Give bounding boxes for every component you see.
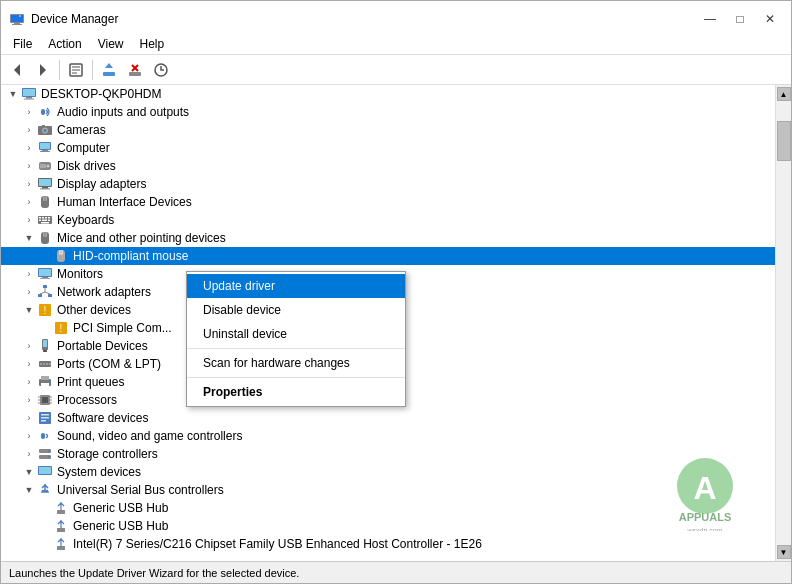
expand-icon-sound: › [21, 428, 37, 444]
tree-item-hid-mouse[interactable]: HID-compliant mouse [1, 247, 775, 265]
tree-label-usb-hub1: Generic USB Hub [73, 501, 168, 515]
scroll-thumb[interactable] [777, 121, 791, 161]
menu-help[interactable]: Help [132, 35, 173, 53]
tree-panel[interactable]: ▼ DESKTOP-QKP0HDM › [1, 85, 775, 561]
icon-monitors [37, 266, 53, 282]
tree-item-display[interactable]: › Display adapters [1, 175, 775, 193]
tree-item-system[interactable]: ▼ System devices [1, 463, 775, 481]
icon-display [37, 176, 53, 192]
expand-icon-other: ▼ [21, 302, 37, 318]
icon-disk [37, 158, 53, 174]
tree-label-usb-hub2: Generic USB Hub [73, 519, 168, 533]
uninstall-button[interactable] [123, 58, 147, 82]
svg-rect-99 [39, 467, 51, 474]
tree-item-audio[interactable]: › Audio inputs and outputs [1, 103, 775, 121]
status-bar: Launches the Update Driver Wizard for th… [1, 561, 791, 583]
tree-item-computer[interactable]: › Computer [1, 139, 775, 157]
tree-item-disk[interactable]: › Disk drives [1, 157, 775, 175]
svg-rect-46 [42, 220, 47, 222]
icon-usb-intel [53, 536, 69, 552]
expand-icon-disk: › [21, 158, 37, 174]
svg-rect-28 [42, 150, 48, 151]
svg-marker-6 [40, 64, 46, 76]
svg-rect-57 [42, 277, 48, 278]
expand-icon-usb-hub2 [37, 518, 53, 534]
tree-label-network: Network adapters [57, 285, 151, 299]
tree-label-ports: Ports (COM & LPT) [57, 357, 161, 371]
forward-button[interactable] [31, 58, 55, 82]
svg-rect-58 [40, 278, 50, 279]
svg-rect-92 [41, 420, 46, 422]
ctx-disable-device[interactable]: Disable device [187, 298, 405, 322]
svg-rect-59 [43, 285, 47, 288]
expand-icon-monitors: › [21, 266, 37, 282]
svg-rect-47 [48, 220, 50, 222]
tree-item-usb[interactable]: ▼ Universal Serial Bus controllers [1, 481, 775, 499]
tree-label-usb: Universal Serial Bus controllers [57, 483, 224, 497]
tree-label-pci: PCI Simple Com... [73, 321, 172, 335]
tree-label-computer: Computer [57, 141, 110, 155]
svg-rect-48 [41, 222, 49, 224]
menu-file[interactable]: File [5, 35, 40, 53]
tree-item-keyboards[interactable]: › Keyboards [1, 211, 775, 229]
expand-icon-network: › [21, 284, 37, 300]
svg-rect-11 [103, 72, 115, 76]
svg-rect-93 [41, 433, 45, 439]
tree-item-root[interactable]: ▼ DESKTOP-QKP0HDM [1, 85, 775, 103]
scan-hardware-button[interactable] [149, 58, 173, 82]
svg-rect-20 [24, 99, 34, 100]
tree-item-usb-hub2[interactable]: Generic USB Hub [1, 517, 775, 535]
svg-rect-35 [42, 187, 48, 189]
icon-sound [37, 428, 53, 444]
tree-label-processors: Processors [57, 393, 117, 407]
tree-label-root: DESKTOP-QKP0HDM [41, 87, 161, 101]
tree-item-software[interactable]: › Software devices [1, 409, 775, 427]
properties-button[interactable] [64, 58, 88, 82]
icon-mice [37, 230, 53, 246]
main-area: ▼ DESKTOP-QKP0HDM › [1, 85, 791, 561]
svg-text:!: ! [60, 323, 63, 334]
tree-label-keyboards: Keyboards [57, 213, 114, 227]
svg-rect-101 [57, 528, 65, 532]
svg-rect-43 [45, 217, 47, 219]
icon-computer [37, 140, 53, 156]
expand-icon-computer: › [21, 140, 37, 156]
svg-rect-82 [42, 397, 48, 403]
icon-usb [37, 482, 53, 498]
scrollbar[interactable]: ▲ ▼ [775, 85, 791, 561]
close-button[interactable]: ✕ [757, 9, 783, 29]
icon-keyboard [37, 212, 53, 228]
ctx-update-driver[interactable]: Update driver [187, 274, 405, 298]
tree-item-usb-hub1[interactable]: Generic USB Hub [1, 499, 775, 517]
ctx-scan-hardware[interactable]: Scan for hardware changes [187, 351, 405, 375]
svg-point-4 [19, 15, 21, 17]
ctx-uninstall-device[interactable]: Uninstall device [187, 322, 405, 346]
tree-item-hid[interactable]: › Human Interface Devices [1, 193, 775, 211]
window-controls: — □ ✕ [697, 9, 783, 29]
tree-item-storage[interactable]: › Storage controllers [1, 445, 775, 463]
svg-rect-70 [43, 340, 47, 347]
icon-hid [37, 194, 53, 210]
menu-view[interactable]: View [90, 35, 132, 53]
tree-label-storage: Storage controllers [57, 447, 158, 461]
menu-action[interactable]: Action [40, 35, 89, 53]
svg-rect-18 [23, 89, 35, 96]
svg-rect-44 [48, 217, 50, 219]
svg-rect-56 [39, 269, 51, 276]
minimize-button[interactable]: — [697, 9, 723, 29]
update-driver-button[interactable] [97, 58, 121, 82]
svg-point-96 [48, 450, 50, 452]
ctx-sep-2 [187, 377, 405, 378]
ctx-properties[interactable]: Properties [187, 380, 405, 404]
maximize-button[interactable]: □ [727, 9, 753, 29]
tree-item-cameras[interactable]: › Cameras [1, 121, 775, 139]
tree-item-usb-intel[interactable]: Intel(R) 7 Series/C216 Chipset Family US… [1, 535, 775, 553]
scroll-down-button[interactable]: ▼ [777, 545, 791, 559]
expand-icon-hid: › [21, 194, 37, 210]
svg-marker-5 [14, 64, 20, 76]
tree-item-sound[interactable]: › Sound, video and game controllers [1, 427, 775, 445]
scroll-up-button[interactable]: ▲ [777, 87, 791, 101]
tree-item-mice[interactable]: ▼ Mice and other pointing devices [1, 229, 775, 247]
back-button[interactable] [5, 58, 29, 82]
tree-label-other: Other devices [57, 303, 131, 317]
